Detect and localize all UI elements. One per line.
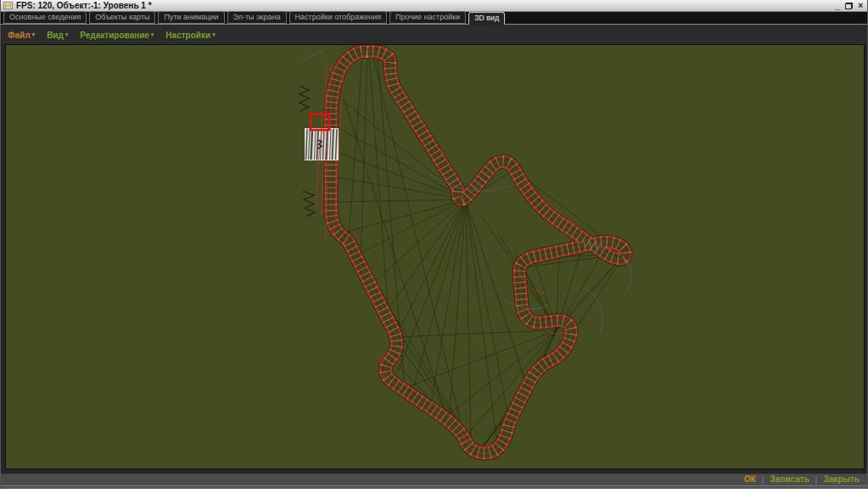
wireframe-line — [333, 200, 466, 202]
curb-zigzag — [303, 191, 315, 216]
3d-viewport[interactable] — [5, 44, 865, 469]
wireframe-line — [430, 200, 466, 408]
grid-texture-stripe — [311, 129, 313, 160]
menu-item-label: Настройки — [165, 31, 210, 40]
tab-0[interactable]: Основные сведения — [3, 11, 87, 24]
chevron-down-icon: ▾ — [212, 31, 216, 37]
save-button[interactable]: Записать — [770, 474, 809, 486]
window-title: FPS: 120, Объект:-1: Уровень 1 * — [16, 0, 152, 11]
wireframe-line — [349, 55, 362, 239]
wireframe-line — [393, 200, 466, 342]
tab-bar: Основные сведенияОбъекты картыПути анима… — [1, 12, 867, 25]
tab-4[interactable]: Настройки отображения — [289, 11, 388, 24]
menu-item-label: Редактирование — [80, 31, 148, 40]
menu-item-label: Файл — [8, 31, 31, 40]
footer-separator: | — [762, 475, 764, 485]
app-window: FPS: 120, Объект:-1: Уровень 1 * _ × Осн… — [0, 0, 868, 489]
track-outer-red-line — [331, 52, 625, 453]
close-icon[interactable]: × — [858, 2, 863, 10]
minimize-icon[interactable]: _ — [836, 2, 841, 10]
window-controls: _ × — [836, 2, 865, 10]
aux-red-line — [522, 181, 600, 245]
menu-bar: Файл▾Вид▾Редактирование▾Настройки▾ — [2, 25, 866, 44]
wireframe-line — [398, 200, 466, 371]
menu-item-0[interactable]: Файл▾ — [8, 31, 35, 40]
tab-5[interactable]: Прочие настройки — [389, 11, 466, 24]
wireframe-line — [466, 200, 510, 425]
menu-item-3[interactable]: Настройки▾ — [165, 31, 215, 40]
tab-2[interactable]: Пути анимации — [158, 11, 224, 24]
chevron-down-icon: ▾ — [151, 31, 154, 37]
app-icon — [3, 2, 13, 9]
menu-item-1[interactable]: Вид▾ — [47, 31, 68, 40]
ok-button[interactable]: ОК — [744, 474, 756, 486]
close-button[interactable]: Закрыть — [823, 474, 860, 486]
tab-6[interactable]: 3D вид — [468, 12, 505, 25]
tab-1[interactable]: Объекты карты — [89, 11, 155, 24]
wireframe-line — [466, 200, 498, 451]
aux-gray-curve — [301, 51, 323, 64]
footer-bar: ОК|Записать|Закрыть — [1, 472, 867, 486]
chevron-down-icon: ▾ — [32, 31, 36, 37]
title-bar[interactable]: FPS: 120, Объект:-1: Уровень 1 * _ × — [1, 0, 867, 12]
chevron-down-icon: ▾ — [65, 31, 69, 37]
wireframe-line — [449, 200, 466, 422]
tab-3[interactable]: Эл-ты экрана — [227, 11, 287, 24]
restore-icon[interactable] — [845, 3, 853, 9]
curb-zigzag — [300, 86, 309, 111]
wireframe-line — [412, 200, 466, 395]
footer-separator: | — [815, 475, 818, 485]
wireframe-line — [356, 200, 466, 256]
menu-item-2[interactable]: Редактирование▾ — [80, 31, 154, 40]
menu-item-label: Вид — [47, 31, 64, 40]
